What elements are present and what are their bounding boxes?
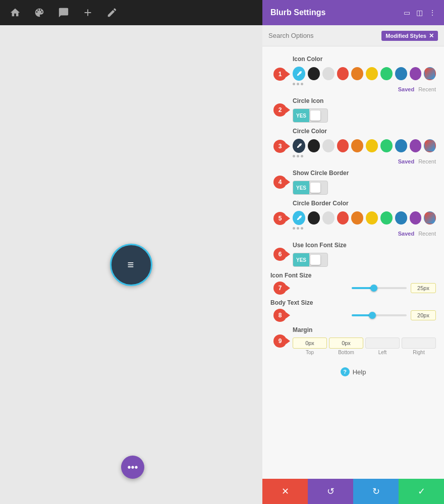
help-icon: ? (341, 367, 350, 376)
panel-icon-more[interactable]: ⋮ (429, 9, 436, 17)
use-icon-font-size-label: Use Icon Font Size (293, 242, 436, 249)
panel-title: Blurb Settings (270, 8, 325, 17)
show-circle-border-yes: YES (293, 181, 309, 194)
body-text-size-track (352, 314, 407, 316)
margin-right-wrap: Right (402, 338, 436, 355)
cbc-swatch-red[interactable] (337, 211, 349, 225)
circle-border-color-dots (293, 227, 436, 230)
bottom-action-bar: ✕ ↺ ↻ ✓ (262, 479, 444, 504)
dot9 (301, 227, 303, 230)
cc-swatch-blue[interactable] (395, 139, 407, 152)
cc-swatch-red[interactable] (337, 139, 349, 152)
color-swatch-black[interactable] (308, 67, 320, 80)
canvas-area: ≡ ••• (0, 25, 262, 504)
panel-icon-responsive[interactable]: ▭ (404, 9, 410, 17)
icon-color-saved[interactable]: Saved (398, 86, 414, 92)
show-circle-border-toggle[interactable]: YES (293, 181, 328, 195)
circle-color-saved-recent: Saved Recent (293, 158, 436, 164)
circle-border-color-section: 5 Circle Border Color (293, 200, 436, 237)
circle-border-color-row (293, 211, 436, 225)
circle-color-recent[interactable]: Recent (418, 158, 436, 164)
color-swatch-blue[interactable] (395, 67, 407, 80)
fab-button[interactable]: ••• (121, 456, 144, 479)
color-swatch-gradient[interactable] (424, 67, 436, 80)
toolbar-comment-icon[interactable] (57, 6, 71, 20)
use-icon-font-size-toggle[interactable]: YES (293, 253, 328, 267)
icon-color-eyedropper[interactable] (293, 67, 305, 81)
icon-color-section: 1 Icon Color S (293, 55, 436, 92)
color-swatch-green[interactable] (380, 67, 393, 80)
margin-left-label: Left (378, 350, 387, 355)
panel-body: 1 Icon Color S (262, 46, 444, 504)
dot7 (293, 227, 295, 230)
icon-font-size-track (352, 287, 407, 289)
help-text[interactable]: Help (353, 368, 366, 376)
color-swatch-yellow[interactable] (366, 67, 378, 80)
cbc-swatch-light[interactable] (322, 211, 335, 225)
toolbar-pen-icon[interactable] (105, 6, 119, 20)
circle-icon-label: Circle Icon (293, 97, 436, 104)
circle-color-row (293, 139, 436, 153)
cc-swatch-green[interactable] (380, 139, 393, 152)
circle-color-eyedropper[interactable] (293, 139, 305, 153)
margin-bottom-label: Bottom (338, 350, 354, 355)
save-button[interactable]: ✓ (399, 479, 444, 504)
circle-color-saved[interactable]: Saved (398, 158, 414, 164)
cbc-swatch-purple[interactable] (410, 211, 422, 225)
cbc-recent[interactable]: Recent (418, 231, 436, 237)
body-text-size-thumb[interactable] (369, 312, 376, 319)
toolbar-add-icon[interactable] (81, 6, 95, 20)
cc-swatch-purple[interactable] (410, 139, 422, 152)
toolbar-palette-icon[interactable] (32, 6, 46, 20)
icon-font-size-value[interactable]: 25px (411, 283, 436, 293)
circle-border-color-label: Circle Border Color (293, 200, 436, 207)
cc-swatch-yellow[interactable] (366, 139, 378, 152)
dot8 (297, 227, 299, 230)
cancel-button[interactable]: ✕ (262, 479, 308, 504)
dot3 (301, 83, 303, 85)
color-swatch-purple[interactable] (410, 67, 422, 80)
use-icon-font-size-toggle-wrap: YES (293, 253, 436, 267)
margin-top-input[interactable] (293, 338, 327, 349)
cbc-swatch-orange[interactable] (351, 211, 363, 225)
cc-swatch-orange[interactable] (351, 139, 363, 152)
icon-font-size-thumb[interactable] (370, 285, 377, 292)
margin-right-input[interactable] (402, 338, 436, 349)
cbc-swatch-green[interactable] (380, 211, 393, 225)
panel-icon-split[interactable]: ◫ (416, 9, 423, 17)
top-toolbar (0, 0, 262, 25)
margin-bottom-input[interactable] (329, 338, 363, 349)
redo-button[interactable]: ↻ (353, 479, 399, 504)
circle-icon-section: 2 Circle Icon YES (293, 97, 436, 123)
dot2 (297, 83, 299, 85)
reset-button[interactable]: ↺ (308, 479, 353, 504)
toolbar-home-icon[interactable] (8, 6, 22, 20)
circle-icon-yes: YES (293, 109, 309, 122)
icon-color-recent[interactable]: Recent (418, 86, 436, 92)
step-3-badge: 3 (273, 140, 287, 153)
color-swatch-light[interactable] (322, 67, 335, 80)
cbc-swatch-yellow[interactable] (366, 211, 378, 225)
search-input[interactable] (268, 32, 377, 39)
margin-left-input[interactable] (365, 338, 400, 349)
step-6-badge: 6 (273, 248, 287, 261)
modified-styles-close[interactable]: ✕ (429, 32, 434, 39)
dot5 (297, 155, 299, 157)
cbc-saved[interactable]: Saved (398, 231, 414, 237)
blurb-icon: ≡ (128, 258, 135, 271)
cc-swatch-gradient[interactable] (424, 139, 436, 152)
color-swatch-red[interactable] (337, 67, 349, 80)
margin-section: 9 Margin Top Bottom Left Right (293, 326, 436, 355)
step-8-badge: 8 (273, 309, 287, 322)
cc-swatch-light[interactable] (322, 139, 335, 152)
cbc-swatch-gradient[interactable] (424, 211, 436, 225)
color-swatch-orange[interactable] (351, 67, 363, 80)
margin-inputs: Top Bottom Left Right (293, 338, 436, 355)
circle-border-color-eyedropper[interactable] (293, 211, 305, 225)
circle-icon-toggle[interactable]: YES (293, 108, 328, 123)
cbc-swatch-black[interactable] (308, 211, 320, 225)
cc-swatch-black[interactable] (308, 139, 320, 152)
body-text-size-value[interactable]: 20px (411, 310, 436, 320)
cbc-swatch-blue[interactable] (395, 211, 407, 225)
show-circle-border-thumb (310, 183, 320, 193)
